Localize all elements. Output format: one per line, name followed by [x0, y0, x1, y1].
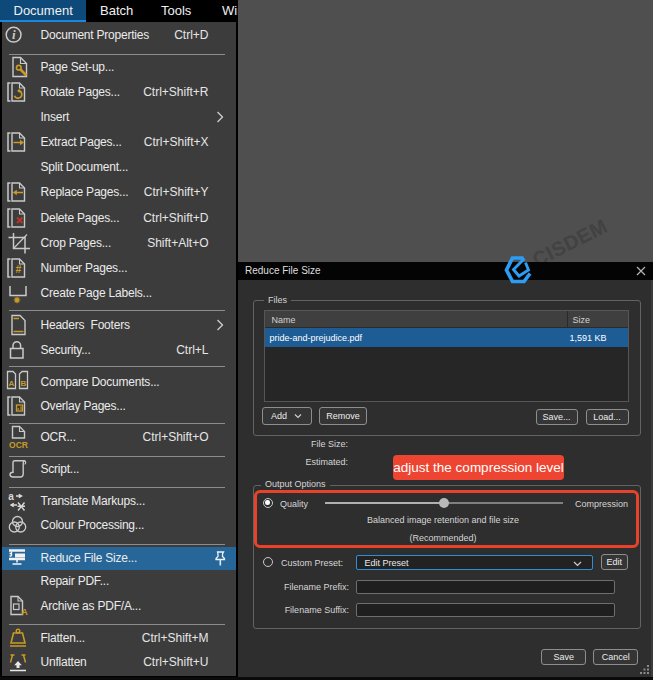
svg-text:a: a	[8, 490, 14, 501]
svg-text:A: A	[8, 379, 14, 388]
svg-text:#: #	[15, 263, 21, 275]
svg-text:B: B	[20, 379, 26, 388]
svg-text:A: A	[21, 607, 28, 617]
svg-text:i: i	[12, 27, 16, 42]
svg-text:OCR: OCR	[9, 440, 28, 450]
